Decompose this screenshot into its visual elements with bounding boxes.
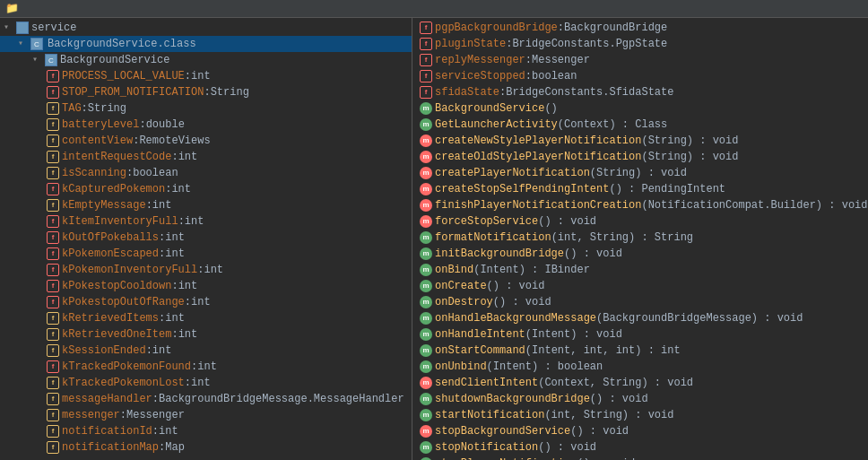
method-signature: () : void: [570, 424, 629, 438]
right-tree-item[interactable]: m stopNotification() : void: [412, 439, 868, 456]
method-icon: m: [420, 296, 432, 308]
left-tree-item[interactable]: f kRetrievedOneItem : int: [0, 326, 412, 343]
method-signature: () : void: [493, 295, 551, 309]
right-tree-item[interactable]: f pluginState : BridgeConstants.PgpState: [412, 36, 868, 52]
left-tree-item[interactable]: f notificationMap : Map: [0, 439, 412, 456]
item-type: int: [165, 311, 185, 325]
left-tree-item[interactable]: f kRetrievedItems : int: [0, 310, 412, 326]
method-name: onBind: [435, 263, 473, 277]
left-tree-item[interactable]: ▾ C BackgroundService.class: [0, 36, 412, 52]
left-tree-item[interactable]: f isScanning : boolean: [0, 165, 412, 181]
right-tree-item[interactable]: f pgpBackgroundBridge : BackgroundBridge: [412, 20, 868, 36]
right-tree-item[interactable]: m onUnbind(Intent) : boolean: [412, 359, 868, 375]
right-tree-item[interactable]: m finishPlayerNotificationCreation(Notif…: [412, 197, 868, 213]
left-tree-item[interactable]: f kPokemonInventoryFull : int: [0, 262, 412, 278]
left-tree-item[interactable]: f kItemInventoryFull : int: [0, 213, 412, 230]
right-tree-item[interactable]: m stopBackgroundService() : void: [412, 423, 868, 439]
field-icon: f: [47, 312, 59, 325]
item-separator: :: [178, 214, 185, 229]
item-type: int: [191, 376, 211, 390]
item-type: boolean: [532, 69, 577, 83]
right-tree-item[interactable]: f replyMessenger : Messenger: [412, 52, 868, 68]
method-name: onHandleBackgroundMessage: [435, 311, 596, 325]
right-tree-item[interactable]: m onBind(Intent) : IBinder: [412, 262, 868, 278]
right-tree-item[interactable]: m GetLauncherActivity(Context) : Class: [412, 117, 868, 133]
item-separator: :: [133, 134, 139, 148]
right-tree-item[interactable]: m createNewStylePlayerNotification(Strin…: [412, 133, 868, 149]
right-tree-item[interactable]: m onHandleBackgroundMessage(BackgroundBr…: [412, 310, 868, 326]
item-name: pgpBackgroundBridge: [435, 21, 558, 35]
method-icon: m: [420, 247, 432, 260]
left-tree-item[interactable]: ▾ service: [0, 20, 412, 36]
method-signature: (String) : void: [641, 134, 738, 148]
left-tree-item[interactable]: f kCapturedPokemon : int: [0, 181, 412, 197]
right-tree-item[interactable]: m initBackgroundBridge() : void: [412, 246, 868, 262]
item-separator: :: [171, 279, 178, 293]
item-type: int: [197, 360, 217, 374]
right-tree-item[interactable]: m formatNotification(int, String) : Stri…: [412, 230, 868, 246]
field-icon: f: [47, 425, 59, 438]
left-tree-item[interactable]: f kPokemonEscaped : int: [0, 246, 412, 262]
right-tree-item[interactable]: m onDestroy() : void: [412, 294, 868, 310]
package-icon: [16, 22, 29, 34]
left-tree-item[interactable]: f messageHandler : BackgroundBridgeMessa…: [0, 391, 412, 407]
left-tree-item[interactable]: f PROCESS_LOCAL_VALUE : int: [0, 68, 412, 84]
method-signature: () : PendingIntent: [609, 182, 725, 196]
field-icon: f: [47, 86, 59, 99]
right-tree-item[interactable]: m onCreate() : void: [412, 278, 868, 294]
right-tree-item[interactable]: m startNotification(int, String) : void: [412, 407, 868, 423]
left-tree-item[interactable]: f batteryLevel : double: [0, 117, 412, 133]
item-type: int: [178, 150, 198, 164]
right-tree-item[interactable]: f sfidaState : BridgeConstants.SfidaStat…: [412, 84, 868, 100]
right-tree-item[interactable]: m shutdownBackgroundBridge() : void: [412, 391, 868, 407]
left-tree-item[interactable]: f TAG : String: [0, 100, 412, 117]
item-type: Messenger: [126, 408, 185, 422]
method-signature: (Intent) : void: [525, 327, 622, 342]
right-tree-item[interactable]: m createOldStylePlayerNotification(Strin…: [412, 149, 868, 165]
left-tree-item[interactable]: f kTrackedPokemonLost : int: [0, 375, 412, 391]
method-name: initBackgroundBridge: [435, 247, 564, 261]
method-signature: (int, String) : String: [551, 230, 693, 245]
item-separator: :: [185, 69, 191, 83]
left-tree-item[interactable]: f STOP_FROM_NOTIFICATION : String: [0, 84, 412, 100]
right-tree-item[interactable]: m BackgroundService(): [412, 100, 868, 117]
item-name: serviceStopped: [435, 69, 525, 83]
item-type: int: [152, 198, 172, 213]
left-tree-item[interactable]: ▾ C BackgroundService: [0, 52, 412, 68]
item-separator: :: [165, 182, 171, 196]
left-tree-item[interactable]: f messenger : Messenger: [0, 407, 412, 423]
right-tree-item[interactable]: m stopPlayerNotification() : void: [412, 456, 868, 460]
left-tree-item[interactable]: f intentRequestCode : int: [0, 149, 412, 165]
right-tree-item[interactable]: f serviceStopped : boolean: [412, 68, 868, 84]
item-name: kPokemonEscaped: [62, 247, 159, 261]
right-tree-item[interactable]: m forceStopService() : void: [412, 213, 868, 230]
item-name: kCapturedPokemon: [62, 182, 165, 196]
right-tree-item[interactable]: m onStartCommand(Intent, int, int) : int: [412, 343, 868, 359]
method-name: startNotification: [435, 408, 544, 422]
left-tree-item[interactable]: f kEmptyMessage : int: [0, 197, 412, 213]
right-tree-item[interactable]: m createStopSelfPendingIntent() : Pendin…: [412, 181, 868, 197]
item-label: BackgroundService: [60, 53, 169, 67]
method-name: shutdownBackgroundBridge: [435, 392, 590, 406]
left-tree-item[interactable]: f kSessionEnded : int: [0, 343, 412, 359]
left-tree-item[interactable]: f contentView : RemoteViews: [0, 133, 412, 149]
item-separator: :: [204, 85, 210, 100]
right-tree-item[interactable]: m createPlayerNotification(String) : voi…: [412, 165, 868, 181]
right-tree-item[interactable]: m onHandleIntent(Intent) : void: [412, 326, 868, 343]
item-name: kPokemonInventoryFull: [62, 263, 197, 277]
item-name: kRetrievedOneItem: [62, 327, 171, 342]
separator: :: [499, 85, 506, 100]
left-tree-item[interactable]: f kPokestopCooldown : int: [0, 278, 412, 294]
method-icon: m: [420, 312, 432, 325]
left-tree-item[interactable]: f notificationId : int: [0, 423, 412, 439]
left-tree-item[interactable]: f kOutOfPokeballs : int: [0, 230, 412, 246]
field-icon: f: [47, 70, 59, 82]
separator: :: [506, 37, 512, 51]
left-tree-item[interactable]: f kTrackedPokemonFound : int: [0, 359, 412, 375]
left-tree-item[interactable]: f kPokestopOutOfRange : int: [0, 294, 412, 310]
method-name: onHandleIntent: [435, 327, 525, 342]
right-tree-item[interactable]: m sendClientIntent(Context, String) : vo…: [412, 375, 868, 391]
expand-arrow: ▾: [32, 53, 43, 67]
method-name: createStopSelfPendingIntent: [435, 182, 609, 196]
field-icon: f: [47, 118, 59, 131]
